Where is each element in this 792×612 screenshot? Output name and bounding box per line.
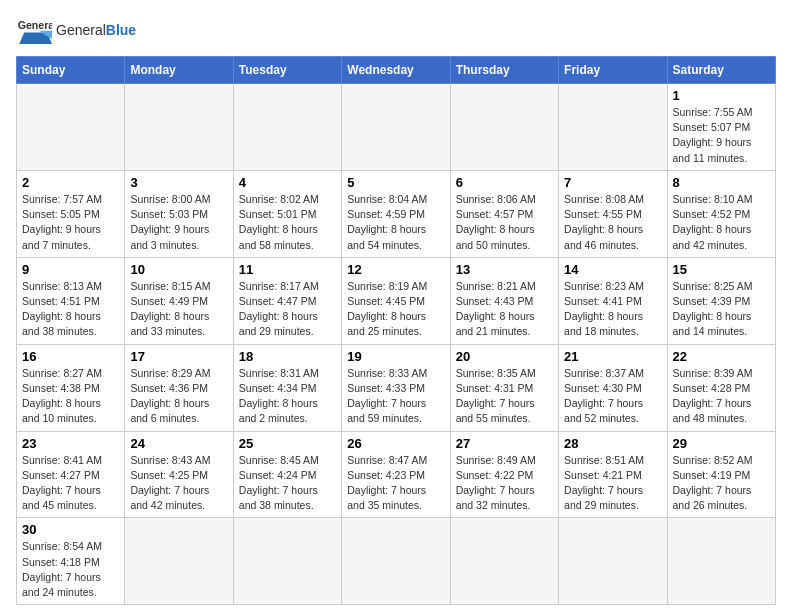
day-number: 10 — [130, 262, 227, 277]
calendar-week-row: 30Sunrise: 8:54 AM Sunset: 4:18 PM Dayli… — [17, 518, 776, 605]
calendar-cell — [233, 518, 341, 605]
day-number: 27 — [456, 436, 553, 451]
calendar-cell: 14Sunrise: 8:23 AM Sunset: 4:41 PM Dayli… — [559, 257, 667, 344]
calendar-cell: 2Sunrise: 7:57 AM Sunset: 5:05 PM Daylig… — [17, 170, 125, 257]
calendar-week-row: 2Sunrise: 7:57 AM Sunset: 5:05 PM Daylig… — [17, 170, 776, 257]
day-info: Sunrise: 8:08 AM Sunset: 4:55 PM Dayligh… — [564, 192, 661, 253]
day-number: 6 — [456, 175, 553, 190]
day-info: Sunrise: 8:54 AM Sunset: 4:18 PM Dayligh… — [22, 539, 119, 600]
calendar-cell: 13Sunrise: 8:21 AM Sunset: 4:43 PM Dayli… — [450, 257, 558, 344]
calendar-cell — [559, 84, 667, 171]
day-info: Sunrise: 8:37 AM Sunset: 4:30 PM Dayligh… — [564, 366, 661, 427]
weekday-header-friday: Friday — [559, 57, 667, 84]
day-number: 9 — [22, 262, 119, 277]
calendar-cell — [450, 518, 558, 605]
calendar-cell: 5Sunrise: 8:04 AM Sunset: 4:59 PM Daylig… — [342, 170, 450, 257]
day-number: 28 — [564, 436, 661, 451]
calendar-week-row: 23Sunrise: 8:41 AM Sunset: 4:27 PM Dayli… — [17, 431, 776, 518]
day-info: Sunrise: 8:06 AM Sunset: 4:57 PM Dayligh… — [456, 192, 553, 253]
calendar-cell: 28Sunrise: 8:51 AM Sunset: 4:21 PM Dayli… — [559, 431, 667, 518]
calendar-header-row: SundayMondayTuesdayWednesdayThursdayFrid… — [17, 57, 776, 84]
day-number: 4 — [239, 175, 336, 190]
calendar-week-row: 1Sunrise: 7:55 AM Sunset: 5:07 PM Daylig… — [17, 84, 776, 171]
day-info: Sunrise: 8:17 AM Sunset: 4:47 PM Dayligh… — [239, 279, 336, 340]
day-number: 30 — [22, 522, 119, 537]
day-number: 15 — [673, 262, 770, 277]
calendar-cell: 10Sunrise: 8:15 AM Sunset: 4:49 PM Dayli… — [125, 257, 233, 344]
calendar-cell: 21Sunrise: 8:37 AM Sunset: 4:30 PM Dayli… — [559, 344, 667, 431]
day-number: 26 — [347, 436, 444, 451]
calendar-cell — [17, 84, 125, 171]
calendar-cell — [342, 84, 450, 171]
calendar-week-row: 16Sunrise: 8:27 AM Sunset: 4:38 PM Dayli… — [17, 344, 776, 431]
calendar-cell — [559, 518, 667, 605]
day-info: Sunrise: 8:43 AM Sunset: 4:25 PM Dayligh… — [130, 453, 227, 514]
calendar-cell: 8Sunrise: 8:10 AM Sunset: 4:52 PM Daylig… — [667, 170, 775, 257]
day-number: 18 — [239, 349, 336, 364]
day-number: 5 — [347, 175, 444, 190]
day-info: Sunrise: 8:29 AM Sunset: 4:36 PM Dayligh… — [130, 366, 227, 427]
calendar-cell: 17Sunrise: 8:29 AM Sunset: 4:36 PM Dayli… — [125, 344, 233, 431]
calendar-cell: 6Sunrise: 8:06 AM Sunset: 4:57 PM Daylig… — [450, 170, 558, 257]
calendar-cell: 22Sunrise: 8:39 AM Sunset: 4:28 PM Dayli… — [667, 344, 775, 431]
logo-text: GeneralBlue — [56, 23, 136, 37]
calendar-table: SundayMondayTuesdayWednesdayThursdayFrid… — [16, 56, 776, 605]
calendar-cell: 18Sunrise: 8:31 AM Sunset: 4:34 PM Dayli… — [233, 344, 341, 431]
day-info: Sunrise: 8:27 AM Sunset: 4:38 PM Dayligh… — [22, 366, 119, 427]
day-info: Sunrise: 8:21 AM Sunset: 4:43 PM Dayligh… — [456, 279, 553, 340]
calendar-cell — [233, 84, 341, 171]
day-number: 22 — [673, 349, 770, 364]
day-info: Sunrise: 8:02 AM Sunset: 5:01 PM Dayligh… — [239, 192, 336, 253]
calendar-cell: 24Sunrise: 8:43 AM Sunset: 4:25 PM Dayli… — [125, 431, 233, 518]
day-number: 8 — [673, 175, 770, 190]
logo: General GeneralBlue — [16, 16, 136, 44]
day-number: 7 — [564, 175, 661, 190]
calendar-cell: 30Sunrise: 8:54 AM Sunset: 4:18 PM Dayli… — [17, 518, 125, 605]
day-info: Sunrise: 8:19 AM Sunset: 4:45 PM Dayligh… — [347, 279, 444, 340]
day-info: Sunrise: 8:04 AM Sunset: 4:59 PM Dayligh… — [347, 192, 444, 253]
day-number: 20 — [456, 349, 553, 364]
day-number: 1 — [673, 88, 770, 103]
day-info: Sunrise: 8:45 AM Sunset: 4:24 PM Dayligh… — [239, 453, 336, 514]
calendar-cell — [667, 518, 775, 605]
day-info: Sunrise: 8:31 AM Sunset: 4:34 PM Dayligh… — [239, 366, 336, 427]
day-number: 14 — [564, 262, 661, 277]
day-number: 17 — [130, 349, 227, 364]
calendar-cell — [125, 84, 233, 171]
calendar-cell: 11Sunrise: 8:17 AM Sunset: 4:47 PM Dayli… — [233, 257, 341, 344]
calendar-cell: 7Sunrise: 8:08 AM Sunset: 4:55 PM Daylig… — [559, 170, 667, 257]
day-info: Sunrise: 8:41 AM Sunset: 4:27 PM Dayligh… — [22, 453, 119, 514]
calendar-cell: 26Sunrise: 8:47 AM Sunset: 4:23 PM Dayli… — [342, 431, 450, 518]
day-info: Sunrise: 8:52 AM Sunset: 4:19 PM Dayligh… — [673, 453, 770, 514]
day-info: Sunrise: 8:39 AM Sunset: 4:28 PM Dayligh… — [673, 366, 770, 427]
day-info: Sunrise: 8:49 AM Sunset: 4:22 PM Dayligh… — [456, 453, 553, 514]
day-number: 13 — [456, 262, 553, 277]
day-info: Sunrise: 8:33 AM Sunset: 4:33 PM Dayligh… — [347, 366, 444, 427]
weekday-header-wednesday: Wednesday — [342, 57, 450, 84]
calendar-cell: 23Sunrise: 8:41 AM Sunset: 4:27 PM Dayli… — [17, 431, 125, 518]
day-number: 12 — [347, 262, 444, 277]
day-info: Sunrise: 8:47 AM Sunset: 4:23 PM Dayligh… — [347, 453, 444, 514]
calendar-cell: 29Sunrise: 8:52 AM Sunset: 4:19 PM Dayli… — [667, 431, 775, 518]
calendar-cell: 19Sunrise: 8:33 AM Sunset: 4:33 PM Dayli… — [342, 344, 450, 431]
day-info: Sunrise: 7:57 AM Sunset: 5:05 PM Dayligh… — [22, 192, 119, 253]
calendar-cell: 9Sunrise: 8:13 AM Sunset: 4:51 PM Daylig… — [17, 257, 125, 344]
day-number: 29 — [673, 436, 770, 451]
calendar-cell — [342, 518, 450, 605]
day-number: 23 — [22, 436, 119, 451]
weekday-header-monday: Monday — [125, 57, 233, 84]
day-info: Sunrise: 8:15 AM Sunset: 4:49 PM Dayligh… — [130, 279, 227, 340]
weekday-header-saturday: Saturday — [667, 57, 775, 84]
calendar-cell — [450, 84, 558, 171]
calendar-cell: 16Sunrise: 8:27 AM Sunset: 4:38 PM Dayli… — [17, 344, 125, 431]
calendar-cell — [125, 518, 233, 605]
calendar-cell: 20Sunrise: 8:35 AM Sunset: 4:31 PM Dayli… — [450, 344, 558, 431]
day-info: Sunrise: 8:25 AM Sunset: 4:39 PM Dayligh… — [673, 279, 770, 340]
weekday-header-tuesday: Tuesday — [233, 57, 341, 84]
day-number: 24 — [130, 436, 227, 451]
day-number: 19 — [347, 349, 444, 364]
day-info: Sunrise: 8:51 AM Sunset: 4:21 PM Dayligh… — [564, 453, 661, 514]
day-number: 3 — [130, 175, 227, 190]
svg-text:General: General — [18, 19, 52, 31]
calendar-cell: 12Sunrise: 8:19 AM Sunset: 4:45 PM Dayli… — [342, 257, 450, 344]
